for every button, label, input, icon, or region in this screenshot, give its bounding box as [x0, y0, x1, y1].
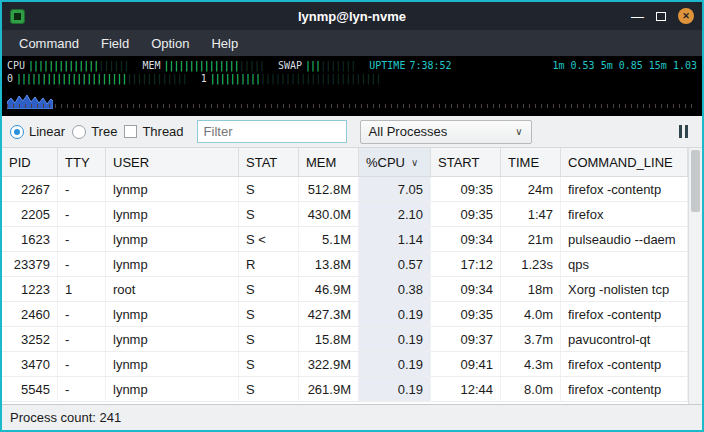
filter-input[interactable]	[197, 120, 347, 143]
menu-help[interactable]: Help	[200, 32, 249, 55]
cell-start: 09:35	[431, 177, 501, 201]
menu-option[interactable]: Option	[140, 32, 200, 55]
pause-icon	[685, 125, 688, 138]
cell-tty: 1	[58, 277, 106, 301]
cell-start: 09:34	[431, 277, 501, 301]
cell-stat: S <	[239, 227, 299, 251]
cell-time: 24m	[501, 177, 561, 201]
chevron-down-icon: ∨	[515, 126, 522, 137]
cell-start: 09:35	[431, 302, 501, 326]
cell-pid: 23379	[2, 252, 58, 276]
cell-time: 1.23s	[501, 252, 561, 276]
cell-mem: 512.8M	[299, 177, 359, 201]
table-header: PID TTY USER STAT MEM %CPU ∨ START TIME …	[2, 148, 688, 177]
cpu-meter: CPU ||||||||||||||||||||	[7, 60, 128, 71]
scrollbar-thumb[interactable]	[691, 150, 700, 212]
titlebar: lynmp@lyn-nvme — ✕	[2, 2, 702, 30]
column-header-user[interactable]: USER	[106, 148, 239, 176]
cell-pid: 1223	[2, 277, 58, 301]
column-header-cpu[interactable]: %CPU ∨	[359, 148, 431, 176]
cell-tty: -	[58, 352, 106, 376]
load-averages: 1m 0.53 5m 0.85 15m 1.03	[553, 60, 698, 71]
cell-cpu: 0.19	[359, 352, 431, 376]
radio-icon	[72, 125, 86, 139]
cell-start: 09:37	[431, 327, 501, 351]
vertical-scrollbar[interactable]	[688, 148, 702, 404]
app-window: lynmp@lyn-nvme — ✕ Command Field Option …	[0, 0, 704, 432]
close-button[interactable]: ✕	[678, 8, 694, 24]
tree-radio[interactable]: Tree	[72, 124, 117, 139]
cell-cpu: 1.14	[359, 227, 431, 251]
cell-cpu: 0.19	[359, 302, 431, 326]
cell-user: lynmp	[106, 302, 239, 326]
cell-start: 09:34	[431, 227, 501, 251]
monitor-line-2: 0 |||||||||||||||||||||||||||||||||| 1 |…	[7, 72, 697, 85]
column-header-time[interactable]: TIME	[501, 148, 561, 176]
cell-time: 3.7m	[501, 327, 561, 351]
sort-desc-icon: ∨	[411, 157, 418, 168]
system-monitor: CPU |||||||||||||||||||| MEM |||||||||||…	[2, 56, 702, 116]
menu-field[interactable]: Field	[90, 32, 140, 55]
mem-meter: MEM ||||||||||||||||||||	[142, 60, 263, 71]
column-header-tty[interactable]: TTY	[58, 148, 106, 176]
cell-command: pavucontrol-qt	[561, 327, 688, 351]
cell-cpu: 0.38	[359, 277, 431, 301]
app-icon[interactable]	[10, 9, 25, 24]
cell-command: firefox -contentp	[561, 377, 688, 401]
pause-button[interactable]	[673, 121, 694, 142]
process-count: Process count: 241	[10, 410, 121, 425]
table-row[interactable]: 3470 - lynmp S 322.9M 0.19 09:41 4.3m fi…	[2, 352, 688, 377]
maximize-button[interactable]	[656, 12, 666, 21]
linear-radio[interactable]: Linear	[10, 124, 65, 139]
cell-command: firefox -contentp	[561, 302, 688, 326]
cell-command: firefox -contentp	[561, 177, 688, 201]
cell-stat: R	[239, 252, 299, 276]
uptime-label: UPTIME	[369, 60, 405, 71]
cell-cpu: 2.10	[359, 202, 431, 226]
cell-stat: S	[239, 177, 299, 201]
toolbar: Linear Tree Thread All Processes ∨	[2, 116, 702, 148]
cell-mem: 46.9M	[299, 277, 359, 301]
table-row[interactable]: 3252 - lynmp S 15.8M 0.19 09:37 3.7m pav…	[2, 327, 688, 352]
menu-command[interactable]: Command	[8, 32, 90, 55]
table-row[interactable]: 1223 1 root S 46.9M 0.38 09:34 18m Xorg …	[2, 277, 688, 302]
cell-tty: -	[58, 377, 106, 401]
cell-cpu: 0.57	[359, 252, 431, 276]
cell-command: Xorg -nolisten tcp	[561, 277, 688, 301]
cell-cpu: 7.05	[359, 177, 431, 201]
cell-user: lynmp	[106, 327, 239, 351]
minimize-button[interactable]: —	[631, 10, 644, 23]
table-row[interactable]: 2267 - lynmp S 512.8M 7.05 09:35 24m fir…	[2, 177, 688, 202]
table-row[interactable]: 1623 - lynmp S < 5.1M 1.14 09:34 21m pul…	[2, 227, 688, 252]
table-row[interactable]: 23379 - lynmp R 13.8M 0.57 17:12 1.23s q…	[2, 252, 688, 277]
column-header-command[interactable]: COMMAND_LINE	[561, 148, 688, 176]
process-scope-select[interactable]: All Processes ∨	[360, 120, 532, 144]
cell-mem: 322.9M	[299, 352, 359, 376]
column-header-pid[interactable]: PID	[2, 148, 58, 176]
column-header-stat[interactable]: STAT	[239, 148, 299, 176]
cell-pid: 3470	[2, 352, 58, 376]
cell-tty: -	[58, 177, 106, 201]
cell-mem: 15.8M	[299, 327, 359, 351]
column-header-start[interactable]: START	[431, 148, 501, 176]
cell-user: root	[106, 277, 239, 301]
cell-start: 09:35	[431, 202, 501, 226]
cell-command: qps	[561, 252, 688, 276]
cell-user: lynmp	[106, 202, 239, 226]
window-title: lynmp@lyn-nvme	[2, 9, 702, 24]
column-header-mem[interactable]: MEM	[299, 148, 359, 176]
process-table-body: 2267 - lynmp S 512.8M 7.05 09:35 24m fir…	[2, 177, 688, 404]
statusbar: Process count: 241	[2, 404, 702, 430]
table-row[interactable]: 2460 - lynmp S 427.3M 0.19 09:35 4.0m fi…	[2, 302, 688, 327]
process-table: PID TTY USER STAT MEM %CPU ∨ START TIME …	[2, 148, 702, 404]
table-row[interactable]: 2205 - lynmp S 430.0M 2.10 09:35 1:47 fi…	[2, 202, 688, 227]
cell-command: firefox -contentp	[561, 352, 688, 376]
cell-tty: -	[58, 327, 106, 351]
thread-checkbox[interactable]: Thread	[124, 124, 183, 139]
cell-tty: -	[58, 227, 106, 251]
table-row[interactable]: 5545 - lynmp S 261.9M 0.19 12:44 8.0m fi…	[2, 377, 688, 402]
cell-pid: 2267	[2, 177, 58, 201]
cell-mem: 427.3M	[299, 302, 359, 326]
checkbox-icon	[124, 125, 137, 138]
cell-cpu: 0.19	[359, 327, 431, 351]
